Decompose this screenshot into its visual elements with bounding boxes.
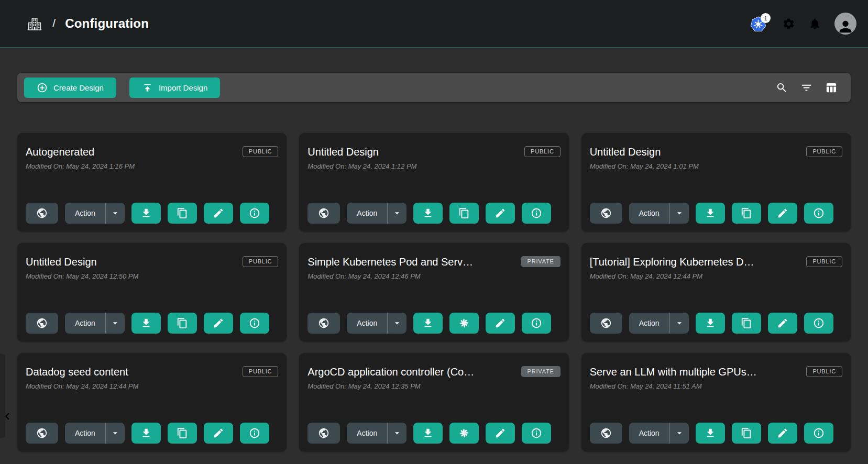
design-title: Autogenerated <box>26 146 230 158</box>
action-dropdown-button[interactable] <box>670 203 689 224</box>
edit-button[interactable] <box>204 423 233 444</box>
publish-globe-button[interactable] <box>26 313 58 334</box>
action-dropdown-button[interactable] <box>670 423 689 444</box>
action-button[interactable]: Action <box>629 313 669 334</box>
info-button[interactable] <box>522 203 551 224</box>
info-icon <box>531 427 542 439</box>
chevron-down-icon <box>674 318 685 328</box>
edit-button[interactable] <box>486 313 515 334</box>
chevron-left-icon[interactable] <box>1 410 14 423</box>
organization-building-icon[interactable] <box>26 15 43 32</box>
create-design-button[interactable]: Create Design <box>24 78 116 98</box>
action-button[interactable]: Action <box>629 203 669 224</box>
copy-button[interactable] <box>168 423 197 444</box>
download-button[interactable] <box>696 313 725 334</box>
design-title: Untitled Design <box>26 256 230 268</box>
download-button[interactable] <box>131 423 161 444</box>
action-button[interactable]: Action <box>65 203 105 224</box>
globe-icon <box>600 207 612 219</box>
publish-globe-button[interactable] <box>590 423 622 444</box>
download-button[interactable] <box>131 313 161 334</box>
action-dropdown-button[interactable] <box>106 423 125 444</box>
publish-globe-button[interactable] <box>26 423 58 444</box>
copy-button[interactable] <box>732 203 761 224</box>
action-dropdown-button[interactable] <box>388 313 406 334</box>
edit-button[interactable] <box>204 203 233 224</box>
copy-button[interactable] <box>168 203 197 224</box>
action-button[interactable]: Action <box>347 203 387 224</box>
visibility-badge: PUBLIC <box>806 256 842 267</box>
card-action-row: Action <box>26 203 278 224</box>
edit-button[interactable] <box>486 203 515 224</box>
action-button[interactable]: Action <box>347 423 387 444</box>
design-card: [Tutorial] Exploring Kubernetes D… PUBLI… <box>581 243 851 341</box>
copy-button[interactable] <box>449 203 479 224</box>
copy-button[interactable] <box>732 313 761 334</box>
download-button[interactable] <box>696 203 725 224</box>
download-button[interactable] <box>413 313 443 334</box>
info-button[interactable] <box>804 423 833 444</box>
info-button[interactable] <box>240 203 269 224</box>
action-button[interactable]: Action <box>65 313 105 334</box>
pencil-icon <box>495 207 506 219</box>
copy-icon <box>741 207 752 219</box>
download-button[interactable] <box>413 203 443 224</box>
kubernetes-context-button[interactable]: 1 <box>750 15 769 32</box>
swirl-button[interactable] <box>449 313 479 334</box>
modified-date: Modified On: May 24, 2024 12:46 PM <box>307 272 560 280</box>
action-button-label: Action <box>75 429 95 437</box>
notifications-bell-icon[interactable] <box>808 17 821 30</box>
visibility-badge: PUBLIC <box>243 256 279 267</box>
card-action-row: Action <box>590 423 842 444</box>
publish-globe-button[interactable] <box>26 203 58 224</box>
edit-button[interactable] <box>486 423 515 444</box>
download-button[interactable] <box>413 423 443 444</box>
filter-icon[interactable] <box>800 82 812 94</box>
design-title: Untitled Design <box>307 146 512 158</box>
action-dropdown-button[interactable] <box>388 203 406 224</box>
globe-icon <box>318 427 329 439</box>
download-button[interactable] <box>696 423 725 444</box>
info-button[interactable] <box>240 313 269 334</box>
edit-button[interactable] <box>768 423 797 444</box>
action-button[interactable]: Action <box>65 423 105 444</box>
info-button[interactable] <box>240 423 269 444</box>
action-button[interactable]: Action <box>347 313 387 334</box>
search-icon[interactable] <box>776 82 788 94</box>
copy-icon <box>741 427 752 439</box>
action-dropdown-button[interactable] <box>106 203 125 224</box>
user-avatar[interactable] <box>834 13 856 35</box>
pencil-icon <box>495 427 506 439</box>
info-button[interactable] <box>804 313 833 334</box>
info-icon <box>249 207 260 219</box>
copy-button[interactable] <box>732 423 761 444</box>
publish-globe-button[interactable] <box>307 423 340 444</box>
info-button[interactable] <box>522 313 551 334</box>
settings-gear-icon[interactable] <box>782 17 795 30</box>
action-dropdown-button[interactable] <box>106 313 125 334</box>
modified-date: Modified On: May 24, 2024 12:35 PM <box>307 382 560 390</box>
swirl-button[interactable] <box>449 423 479 444</box>
chevron-down-icon <box>110 318 120 328</box>
action-dropdown-button[interactable] <box>670 313 689 334</box>
download-button[interactable] <box>131 203 161 224</box>
edit-button[interactable] <box>204 313 233 334</box>
publish-globe-button[interactable] <box>590 313 622 334</box>
edit-button[interactable] <box>768 313 797 334</box>
info-button[interactable] <box>804 203 833 224</box>
card-action-row: Action <box>307 423 560 444</box>
visibility-badge: PRIVATE <box>521 366 561 377</box>
table-view-icon[interactable] <box>825 82 837 94</box>
publish-globe-button[interactable] <box>307 313 340 334</box>
info-icon <box>813 427 825 439</box>
action-button[interactable]: Action <box>629 423 669 444</box>
action-dropdown-button[interactable] <box>388 423 406 444</box>
publish-globe-button[interactable] <box>307 203 340 224</box>
copy-button[interactable] <box>168 313 197 334</box>
publish-globe-button[interactable] <box>590 203 622 224</box>
info-button[interactable] <box>522 423 551 444</box>
import-design-button[interactable]: Import Design <box>129 78 220 98</box>
visibility-badge: PUBLIC <box>806 146 842 157</box>
edit-button[interactable] <box>768 203 797 224</box>
design-card: ArgoCD application controller (Co… PRIVA… <box>299 353 568 451</box>
